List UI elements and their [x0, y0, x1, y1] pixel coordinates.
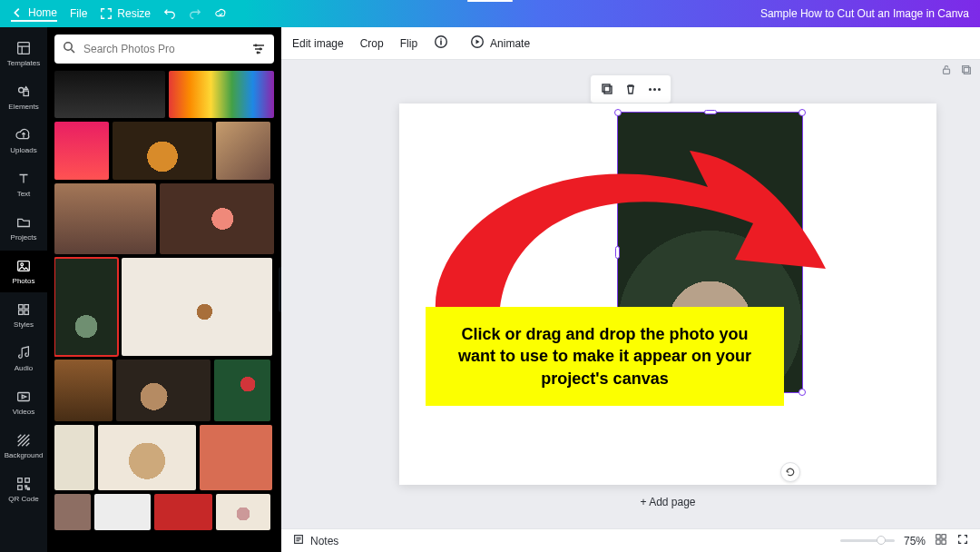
title-label: Sample How to Cut Out an Image in Canva — [760, 7, 969, 20]
rail-label: Photos — [13, 277, 35, 285]
zoom-slider[interactable] — [840, 539, 895, 542]
svg-rect-26 — [942, 535, 946, 538]
rail-label: Uploads — [10, 146, 36, 154]
footer: Notes 75% — [281, 528, 980, 552]
photo-thumb[interactable] — [54, 183, 156, 254]
rail-styles[interactable]: Styles — [0, 294, 47, 336]
photo-thumb[interactable] — [116, 360, 211, 421]
home-button[interactable]: Home — [11, 6, 57, 22]
photo-thumb[interactable] — [54, 71, 165, 118]
resize-edge[interactable] — [615, 246, 620, 259]
resize-handle[interactable] — [799, 109, 806, 116]
photo-thumb[interactable] — [154, 494, 212, 530]
svg-rect-8 — [24, 310, 29, 315]
canvas[interactable]: + Add page — [399, 104, 936, 485]
resize-handle[interactable] — [799, 389, 806, 396]
expand-pages-handle[interactable] — [467, 0, 513, 2]
more-icon — [649, 88, 661, 91]
search-input[interactable] — [83, 43, 243, 55]
rail-photos[interactable]: Photos — [0, 251, 47, 292]
resize-button[interactable]: Resize — [100, 7, 151, 20]
more-button[interactable] — [645, 80, 663, 98]
zoom-thumb[interactable] — [877, 536, 886, 545]
resize-handle[interactable] — [614, 389, 622, 396]
svg-point-14 — [255, 44, 258, 47]
rail-background[interactable]: Background — [0, 425, 47, 467]
animate-icon — [470, 34, 485, 52]
redo-button[interactable] — [189, 7, 201, 20]
resize-edge[interactable] — [704, 110, 717, 114]
crop-button[interactable]: Crop — [360, 37, 384, 50]
zoom-value[interactable]: 75% — [904, 535, 926, 547]
photo-thumb[interactable] — [169, 71, 274, 118]
add-page-label: + Add page — [640, 496, 695, 508]
resize-edge[interactable] — [800, 246, 805, 259]
rail: Templates Elements Uploads Text Projects… — [0, 27, 47, 552]
photo-thumb[interactable] — [214, 360, 270, 421]
resize-edge[interactable] — [704, 390, 717, 395]
photo-thumb[interactable] — [54, 122, 109, 180]
lock-icon[interactable] — [940, 64, 953, 80]
footer-right: 75% — [840, 533, 969, 548]
info-icon[interactable] — [434, 34, 448, 52]
svg-rect-23 — [604, 86, 612, 94]
add-page-button[interactable]: + Add page — [399, 496, 936, 508]
flip-button[interactable]: Flip — [400, 37, 417, 50]
cloud-sync-button[interactable] — [214, 7, 227, 20]
rail-label: Text — [17, 190, 31, 198]
animate-label: Animate — [490, 37, 530, 50]
photo-thumb[interactable] — [160, 183, 274, 254]
placed-image[interactable] — [617, 112, 803, 393]
rail-projects[interactable]: Projects — [0, 207, 47, 249]
notes-button[interactable]: Notes — [292, 533, 338, 548]
rail-elements[interactable]: Elements — [0, 76, 47, 118]
resize-label: Resize — [117, 7, 151, 20]
svg-rect-0 — [18, 43, 30, 54]
svg-rect-2 — [24, 91, 28, 95]
svg-rect-12 — [18, 486, 23, 490]
photo-thumb[interactable] — [216, 494, 270, 530]
rail-label: Audio — [15, 364, 33, 372]
file-menu[interactable]: File — [70, 7, 87, 20]
edit-image-button[interactable]: Edit image — [292, 37, 344, 50]
background-icon — [15, 432, 32, 448]
file-label: File — [70, 7, 87, 20]
fullscreen-icon[interactable] — [956, 533, 969, 548]
resize-handle[interactable] — [614, 109, 622, 116]
rail-videos[interactable]: Videos — [0, 381, 47, 423]
photo-thumb[interactable] — [54, 494, 91, 530]
rotate-handle[interactable] — [780, 462, 800, 482]
rail-audio[interactable]: Audio — [0, 338, 47, 380]
svg-point-16 — [257, 52, 260, 54]
home-label: Home — [28, 6, 57, 19]
photo-thumb[interactable] — [54, 360, 113, 421]
rail-text[interactable]: Text — [0, 163, 47, 205]
filter-icon[interactable] — [250, 41, 267, 57]
duplicate-button[interactable] — [598, 80, 616, 98]
stage[interactable]: + Add page Click or drag and drop the ph… — [281, 60, 980, 528]
elements-icon — [15, 84, 32, 100]
photo-thumb[interactable] — [94, 494, 151, 530]
undo-button[interactable] — [163, 7, 176, 20]
photo-thumb[interactable] — [113, 122, 212, 180]
rail-templates[interactable]: Templates — [0, 33, 47, 74]
photo-thumb[interactable] — [98, 425, 196, 490]
rail-label: Styles — [14, 320, 34, 329]
grid-view-icon[interactable] — [935, 533, 947, 548]
resize-icon — [100, 7, 113, 20]
photo-thumb[interactable] — [122, 258, 272, 356]
animate-button[interactable]: Animate — [470, 34, 530, 52]
document-title[interactable]: Sample How to Cut Out an Image in Canva — [760, 7, 969, 20]
rail-label: Projects — [11, 233, 37, 242]
photo-thumb[interactable] — [54, 425, 94, 490]
svg-point-1 — [19, 88, 24, 93]
styles-icon — [15, 301, 32, 318]
rail-qrcode[interactable]: QR Code — [0, 468, 47, 510]
layers-icon[interactable] — [960, 64, 973, 80]
photo-thumb-selected[interactable] — [54, 258, 118, 356]
rail-uploads[interactable]: Uploads — [0, 120, 47, 162]
photo-thumb[interactable] — [216, 122, 270, 180]
svg-rect-28 — [942, 540, 946, 544]
delete-button[interactable] — [622, 80, 640, 98]
photo-thumb[interactable] — [200, 425, 272, 490]
